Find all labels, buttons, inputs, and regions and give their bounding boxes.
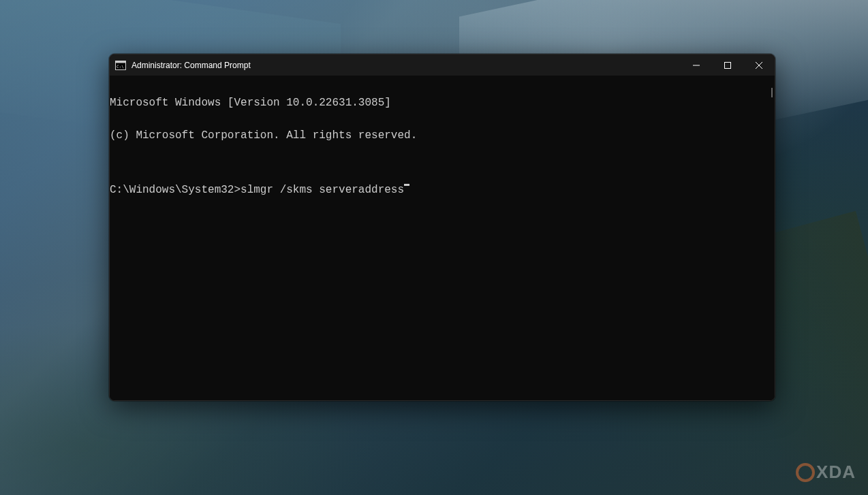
watermark-ring-icon: [796, 463, 815, 482]
watermark: XDA: [796, 462, 856, 483]
cmd-icon: C:\: [115, 61, 126, 70]
svg-rect-1: [116, 61, 125, 63]
close-button[interactable]: [743, 54, 775, 76]
watermark-text: XDA: [816, 462, 856, 483]
terminal-area[interactable]: Microsoft Windows [Version 10.0.22631.30…: [110, 76, 775, 400]
window-controls: [681, 54, 775, 76]
copyright-line: (c) Microsoft Corporation. All rights re…: [110, 130, 768, 141]
typed-command: slmgr /skms serveraddress: [241, 185, 404, 195]
svg-text:C:\: C:\: [117, 63, 124, 68]
terminal-output: Microsoft Windows [Version 10.0.22631.30…: [110, 76, 768, 217]
prompt-line: C:\Windows\System32>slmgr /skms serverad…: [110, 185, 768, 195]
version-line: Microsoft Windows [Version 10.0.22631.30…: [110, 97, 768, 108]
command-prompt-window: C:\ Administrator: Command Prompt Micros…: [109, 54, 775, 401]
svg-rect-4: [725, 62, 731, 68]
titlebar[interactable]: C:\ Administrator: Command Prompt: [110, 54, 775, 76]
minimize-button[interactable]: [681, 54, 712, 76]
cursor: [404, 184, 409, 186]
scrollbar-thumb[interactable]: [771, 88, 773, 97]
maximize-button[interactable]: [712, 54, 743, 76]
prompt-path: C:\Windows\System32>: [110, 185, 241, 195]
window-title: Administrator: Command Prompt: [131, 61, 681, 70]
